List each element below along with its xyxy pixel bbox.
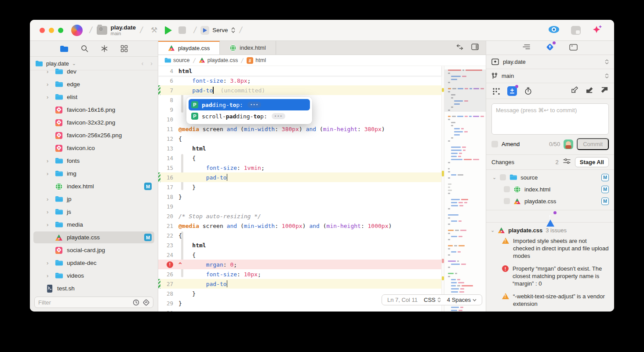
stage-checkbox[interactable] (504, 198, 510, 204)
project-switcher[interactable]: play.date main (97, 24, 136, 36)
sort-filter-icon[interactable] (143, 299, 149, 306)
tab-index.html[interactable]: index.html (220, 41, 276, 55)
chevron-right-icon[interactable]: › (47, 158, 51, 164)
repo-selector[interactable]: play.date (486, 55, 614, 69)
code-line[interactable]: 21@media screen and (min-width: 1000px) … (158, 221, 441, 231)
minimap-viewport[interactable] (444, 70, 486, 112)
breadcrumb-playdate.css[interactable]: playdate.css (199, 57, 238, 63)
tree-item-fonts[interactable]: ›fonts (30, 154, 158, 167)
grid-tab-icon[interactable] (120, 45, 128, 52)
tree-item-favicon.ico[interactable]: favicon.ico (30, 142, 158, 154)
code-line[interactable]: 22{ (158, 231, 441, 240)
stage-checkbox[interactable] (504, 186, 510, 192)
autocomplete-item[interactable]: Pscroll-padding-top:••• (189, 110, 310, 122)
filter-input[interactable] (38, 299, 129, 306)
code-line[interactable]: 30 (158, 308, 441, 312)
code-line[interactable]: 17 } (158, 182, 441, 192)
code-line[interactable]: 7 pad-to (uncommitted) (158, 85, 441, 95)
code-line[interactable]: !^ mrgan: 0; (158, 260, 441, 269)
code-line[interactable]: 24 { (158, 250, 441, 260)
issue-item[interactable]: !Property “mrgan” doesn't exist. The clo… (502, 265, 609, 287)
toggle-panel-button[interactable] (571, 26, 581, 35)
tree-item-social-card.jpg[interactable]: social-card.jpg (30, 244, 158, 257)
tree-item-img[interactable]: ›img (30, 167, 158, 180)
breadcrumb-html[interactable]: #html (247, 57, 266, 64)
code-line[interactable]: 13 html (158, 143, 441, 153)
code-line[interactable]: 11@media screen and (min-width: 380px) a… (158, 124, 441, 134)
task-stepper-icon[interactable] (231, 27, 235, 33)
code-line[interactable]: 14 { (158, 153, 441, 163)
code-line[interactable]: 4html (158, 66, 441, 76)
stop-button[interactable] (175, 24, 189, 37)
tree-item-js[interactable]: ›js (30, 205, 158, 218)
commit-button[interactable]: Commit (577, 138, 609, 150)
tree-item-videos[interactable]: ›videos (30, 269, 158, 282)
tree-item-playdate.css[interactable]: playdate.cssM (30, 231, 158, 244)
amend-checkbox[interactable] (491, 141, 498, 147)
code-line[interactable]: 23 html (158, 240, 441, 250)
issues-section-toggle[interactable] (486, 210, 614, 223)
minimap[interactable] (444, 66, 486, 312)
code-line[interactable]: 26 font-size: 10px; (158, 269, 441, 279)
stash-timer-button[interactable] (523, 86, 533, 96)
pull-button[interactable] (586, 86, 594, 95)
push-button[interactable] (600, 86, 609, 95)
chevron-right-icon[interactable]: › (47, 272, 51, 279)
stage-checkbox[interactable] (500, 174, 506, 180)
language-selector[interactable]: CSS (424, 297, 441, 303)
code-line[interactable]: 20/* Stop auto-resizing */ (158, 211, 441, 221)
branch-selector[interactable]: main (486, 69, 614, 83)
code-area[interactable]: 4html6 font-size: 3.8px;7 pad-to (uncomm… (158, 66, 486, 312)
tree-item-update-dec[interactable]: ›update-dec (30, 257, 158, 269)
chevron-right-icon[interactable]: › (47, 221, 51, 228)
chevron-right-icon[interactable]: › (47, 94, 51, 100)
breadcrumb-source[interactable]: source (164, 57, 190, 63)
split-editor-icon[interactable] (471, 44, 479, 52)
zoom-window-button[interactable] (58, 28, 63, 33)
git-tab-icon[interactable] (546, 43, 554, 53)
chevron-right-icon[interactable]: › (47, 260, 51, 266)
fetch-button[interactable] (571, 86, 579, 95)
close-window-button[interactable] (40, 28, 45, 33)
change-row-playdate.css[interactable]: playdate.cssM (486, 195, 614, 207)
tree-item-favicon-32x32.png[interactable]: favicon-32x32.png (30, 116, 158, 129)
change-row-index.html[interactable]: index.htmlM (486, 183, 614, 195)
tree-item-favicon-256x256.png[interactable]: favicon-256x256.png (30, 129, 158, 142)
commit-graph-button[interactable] (491, 86, 501, 96)
serve-task-control[interactable]: Serve (200, 26, 235, 35)
preview-button[interactable] (548, 26, 560, 35)
code-line[interactable]: 19 (158, 202, 441, 211)
chevron-right-icon[interactable]: › (47, 196, 51, 202)
code-line[interactable]: 16 pad-to (158, 172, 441, 182)
tree-item-jp[interactable]: ›jp (30, 193, 158, 205)
tree-item-media[interactable]: ›media (30, 218, 158, 231)
code-line[interactable]: 12{ (158, 134, 441, 143)
tree-item-dev[interactable]: ›dev (30, 65, 158, 78)
chevron-right-icon[interactable]: › (47, 81, 51, 88)
code-line[interactable]: 15 font-size: 1vmin; (158, 163, 441, 172)
code-line[interactable]: 27 pad-to (158, 279, 441, 289)
issue-item[interactable]: “-webkit-text-size-adjust” is a vendor e… (502, 293, 609, 308)
tree-item-edge[interactable]: ›edge (30, 78, 158, 91)
indent-selector[interactable]: 4 Spaces (447, 297, 477, 303)
stage-all-button[interactable]: Stage All (575, 157, 609, 167)
build-button[interactable]: ⚒ (147, 24, 161, 37)
code-line[interactable]: 6 font-size: 3.8px; (158, 76, 441, 85)
report-tab-icon[interactable] (523, 44, 531, 51)
tree-item-index.html[interactable]: index.htmlM (30, 180, 158, 193)
search-tab-icon[interactable] (81, 45, 88, 52)
chevron-right-icon[interactable]: › (47, 170, 51, 177)
change-row-source[interactable]: ⌄sourceM (486, 172, 614, 183)
minimize-window-button[interactable] (49, 28, 54, 33)
run-button[interactable] (161, 24, 175, 37)
tree-item-elist[interactable]: ›elist (30, 91, 158, 103)
chevron-right-icon[interactable]: › (47, 209, 51, 215)
tree-item-test.sh[interactable]: test.sh (30, 282, 158, 293)
recent-filter-icon[interactable] (133, 299, 139, 306)
autocomplete-item[interactable]: Ppadding-top:••• (189, 99, 310, 110)
chevron-right-icon[interactable]: › (47, 68, 51, 75)
issue-item[interactable]: Imported style sheets are not checked in… (502, 237, 609, 260)
chevron-down-icon[interactable]: ⌄ (492, 175, 496, 180)
code-line[interactable]: 18} (158, 192, 441, 202)
jump-pair-icon[interactable] (456, 44, 463, 52)
